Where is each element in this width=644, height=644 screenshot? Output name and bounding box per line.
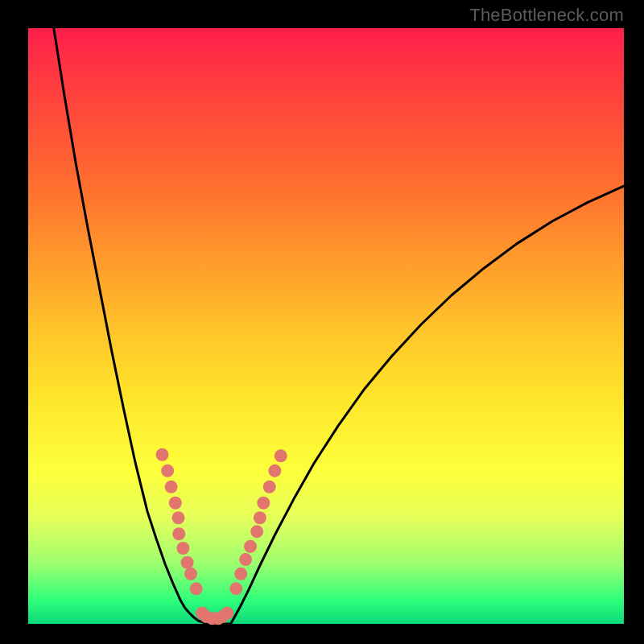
data-point [161, 464, 174, 477]
chart-frame: TheBottleneck.com [0, 0, 644, 644]
data-point [275, 449, 287, 462]
data-point [172, 527, 185, 540]
data-point [190, 582, 203, 595]
data-point [244, 540, 257, 553]
data-point [181, 556, 194, 569]
data-point [169, 497, 182, 510]
chart-svg-overlay [0, 0, 644, 644]
data-point [229, 582, 242, 595]
data-point [176, 542, 189, 555]
data-point [165, 481, 178, 493]
bottleneck-curve [54, 28, 624, 624]
data-point [250, 525, 263, 538]
data-point [263, 481, 276, 493]
data-point [254, 511, 266, 524]
data-point [184, 568, 197, 580]
data-point [239, 553, 252, 566]
data-point [234, 568, 247, 580]
data-point [156, 448, 169, 461]
data-point [257, 497, 270, 510]
data-point [221, 607, 233, 620]
data-point [171, 511, 184, 524]
data-point [268, 464, 281, 477]
